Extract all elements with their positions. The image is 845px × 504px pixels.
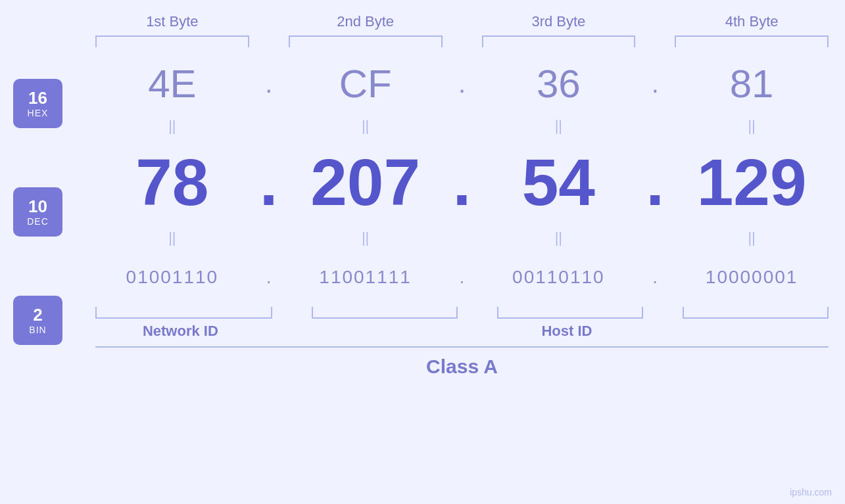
byte1-header: 1st Byte xyxy=(92,13,253,35)
eq2-b4: || xyxy=(671,229,832,246)
hex-b1: 4E xyxy=(92,61,253,106)
hex-badge: 16 HEX xyxy=(13,79,62,128)
bin-dot2: . xyxy=(446,267,479,288)
host-id-label: Host ID xyxy=(541,323,592,340)
eq1-b2: || xyxy=(285,118,446,135)
host-bracket-2 xyxy=(312,307,458,319)
watermark: ipshu.com xyxy=(790,487,832,497)
hex-dot2: . xyxy=(446,69,479,99)
bin-b3: 00110110 xyxy=(479,267,639,288)
dec-dot1: . xyxy=(253,145,285,220)
bin-b1: 01001110 xyxy=(92,267,253,288)
network-id-label: Network ID xyxy=(92,323,269,340)
eq2-b2: || xyxy=(285,229,446,246)
dec-dot3: . xyxy=(639,145,671,220)
network-bracket xyxy=(95,307,272,319)
byte2-header: 2nd Byte xyxy=(285,13,446,35)
bin-b4: 10000001 xyxy=(671,267,832,288)
hex-b3: 36 xyxy=(479,61,639,106)
eq2-b1: || xyxy=(92,229,253,246)
host-bracket-3 xyxy=(497,307,643,319)
dec-badge: 10 DEC xyxy=(13,187,62,237)
bin-dot3: . xyxy=(639,267,671,288)
bin-badge: 2 BIN xyxy=(13,296,62,345)
dec-b1: 78 xyxy=(92,149,253,215)
class-label: Class A xyxy=(426,355,498,378)
eq1-b3: || xyxy=(479,118,639,135)
bin-b2: 11001111 xyxy=(285,267,446,288)
hex-b2: CF xyxy=(285,61,446,106)
dec-b3: 54 xyxy=(479,149,639,215)
dec-b2: 207 xyxy=(285,149,446,215)
dec-b4: 129 xyxy=(671,149,832,215)
byte4-header: 4th Byte xyxy=(671,13,832,35)
host-bracket-4 xyxy=(683,307,829,319)
main-container: 1st Byte 2nd Byte 3rd Byte 4th Byte 4E .… xyxy=(0,0,845,504)
hex-dot3: . xyxy=(639,69,671,99)
badges-column: 16 HEX 10 DEC 2 BIN xyxy=(13,79,62,345)
dec-dot2: . xyxy=(446,145,479,220)
eq1-b1: || xyxy=(92,118,253,135)
bin-dot1: . xyxy=(253,267,285,288)
eq2-b3: || xyxy=(479,229,639,246)
hex-dot1: . xyxy=(253,69,285,99)
byte3-header: 3rd Byte xyxy=(479,13,639,35)
hex-b4: 81 xyxy=(671,61,832,106)
eq1-b4: || xyxy=(671,118,832,135)
